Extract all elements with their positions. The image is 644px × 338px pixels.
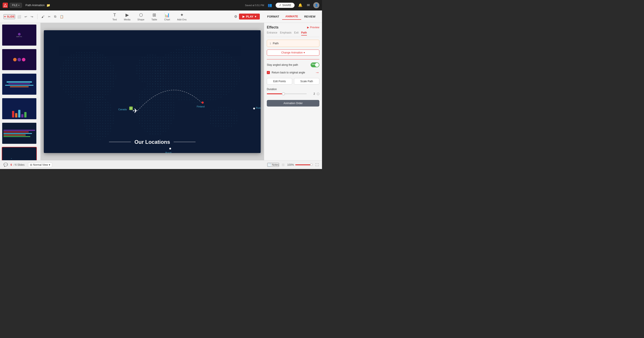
play-button[interactable]: ▶ PLAY ▾ bbox=[239, 14, 260, 20]
view-mode-button[interactable]: ⊟ Normal View ▾ bbox=[28, 162, 52, 167]
canvas-area: 1 ✈ Canada Finland Russia Brazil Our Loc… bbox=[40, 23, 264, 160]
share-button[interactable]: ↗ SHARE bbox=[276, 3, 294, 8]
tab-emphasis[interactable]: Emphasis bbox=[280, 31, 292, 36]
play-icon: ▶ bbox=[242, 15, 245, 18]
slide-thumb-4[interactable]: 4 bbox=[2, 98, 38, 120]
toolbar-center: T Text ▶ Media ⬡ Shape ⊞ Table 📊 Chart ✦… bbox=[65, 12, 234, 21]
bottom-left: 💬 6 / 6 Slides ⊟ Normal View ▾ bbox=[3, 162, 52, 168]
text-tool[interactable]: T Text bbox=[112, 13, 117, 21]
chevron-down-icon: ▾ bbox=[18, 4, 20, 6]
russia-dot bbox=[253, 108, 255, 109]
duration-label: Duration bbox=[267, 88, 319, 91]
tab-format[interactable]: FORMAT bbox=[264, 14, 282, 20]
shape-tool[interactable]: ⬡ Shape bbox=[137, 12, 144, 21]
fullscreen-button[interactable]: ⛶ bbox=[314, 162, 319, 167]
duration-slider-fill bbox=[267, 93, 283, 94]
duration-stepper[interactable]: ⬡ bbox=[317, 92, 319, 96]
return-angle-checkbox[interactable]: ✓ bbox=[267, 71, 270, 74]
folder-icon: 📁 bbox=[46, 4, 50, 7]
addons-tool[interactable]: ✦ Add-Ons bbox=[177, 12, 186, 21]
plus-icon: + bbox=[4, 15, 6, 19]
svg-point-5 bbox=[83, 96, 114, 140]
stay-angled-row: Stay angled along the path Yes bbox=[267, 63, 319, 67]
table-tool[interactable]: ⊞ Table bbox=[151, 12, 157, 21]
mail-icon[interactable]: ✉ bbox=[306, 2, 310, 8]
slide-thumb-2[interactable]: 2 bbox=[2, 49, 38, 71]
avatar[interactable]: 👤 bbox=[313, 2, 319, 8]
duration-value: 2 bbox=[308, 92, 315, 95]
separator bbox=[37, 14, 38, 19]
slide-thumb-5[interactable]: 5 bbox=[2, 122, 38, 144]
chat-button[interactable]: 💬 bbox=[3, 162, 9, 168]
title-line-right bbox=[174, 142, 196, 142]
stay-angled-toggle[interactable]: Yes bbox=[310, 63, 319, 67]
view-icon: ⊟ bbox=[30, 163, 32, 166]
preview-link[interactable]: ▶ Preview bbox=[307, 26, 319, 29]
slide-thumb-6[interactable]: 6 ✈ Our Locations bbox=[2, 147, 38, 160]
cut-button[interactable]: ✂ bbox=[47, 14, 52, 19]
slide-thumb-3[interactable]: 3 bbox=[2, 73, 38, 95]
preview-arrow-icon: ▶ bbox=[307, 26, 309, 29]
addons-icon: ✦ bbox=[180, 12, 184, 18]
saved-status: Saved at 5:51 PM bbox=[245, 4, 264, 7]
paste-button[interactable]: 📋 bbox=[58, 14, 65, 19]
toolbar-left: + SLIDE ⬜ ↩ ↪ 🖌 ✂ ⧉ 📋 bbox=[4, 14, 65, 19]
slide-canvas[interactable]: 1 ✈ Canada Finland Russia Brazil Our Loc… bbox=[44, 30, 261, 153]
canada-label: Canada bbox=[118, 108, 127, 111]
tab-entrance[interactable]: Entrance bbox=[267, 31, 277, 36]
document-title: Path Animation bbox=[26, 4, 44, 7]
file-menu-button[interactable]: FILE ▾ bbox=[10, 3, 22, 8]
layout-icon[interactable]: ⬜ bbox=[16, 14, 22, 19]
edit-points-button[interactable]: Edit Points bbox=[267, 78, 292, 85]
users-icon[interactable]: 👥 bbox=[267, 2, 273, 8]
chart-tool[interactable]: 📊 Chart bbox=[164, 12, 170, 21]
paint-format-button[interactable]: 🖌 bbox=[40, 14, 46, 19]
slide-thumb-1[interactable]: 1 Zyiker Inc. bbox=[2, 24, 38, 46]
svg-text:✈: ✈ bbox=[11, 158, 12, 159]
effects-header: Effects ▶ Preview bbox=[267, 26, 319, 29]
redo-button[interactable]: ↪ bbox=[29, 14, 34, 19]
shape-icon: ⬡ bbox=[139, 12, 143, 18]
slide-title: Our Locations bbox=[109, 139, 196, 145]
tab-animate[interactable]: ANIMATE bbox=[282, 13, 301, 20]
app-logo bbox=[3, 3, 8, 8]
zoom-row: 100% bbox=[287, 163, 313, 166]
slide-total-label: / 6 Slides bbox=[14, 163, 24, 166]
chevron-down-icon: ▾ bbox=[304, 51, 305, 54]
duration-slider-track bbox=[267, 93, 307, 94]
grid-view-button[interactable]: ⊞ bbox=[281, 162, 286, 168]
top-bar: FILE ▾ Path Animation 📁 Saved at 5:51 PM… bbox=[0, 0, 322, 11]
tab-exit[interactable]: Exit bbox=[294, 31, 298, 36]
animation-order-button[interactable]: Animation Order bbox=[267, 100, 319, 107]
bottom-right: 📄 Notes ⊞ 100% ⛶ bbox=[267, 162, 319, 168]
path-item-name: Path bbox=[273, 42, 279, 45]
svg-point-8 bbox=[153, 46, 241, 103]
bottom-bar: 💬 6 / 6 Slides ⊟ Normal View ▾ 📄 Notes ⊞… bbox=[0, 160, 322, 169]
zoom-slider[interactable] bbox=[295, 164, 313, 165]
effects-tabs: Entrance Emphasis Exit Path bbox=[267, 31, 319, 37]
brazil-dot bbox=[169, 148, 171, 150]
tab-path[interactable]: Path bbox=[301, 31, 307, 36]
slide-current-number: 6 bbox=[10, 163, 12, 166]
tab-review[interactable]: REVIEW bbox=[301, 14, 318, 20]
settings-button[interactable]: ⚙ bbox=[234, 15, 237, 19]
notes-button[interactable]: 📄 Notes bbox=[267, 163, 279, 167]
media-icon: ▶ bbox=[126, 12, 129, 18]
right-panel: Effects ▶ Preview Entrance Emphasis Exit… bbox=[264, 23, 322, 160]
svg-point-4 bbox=[59, 50, 116, 103]
play-chevron-icon: ▾ bbox=[255, 15, 256, 18]
edit-scale-row: Edit Points Scale Path bbox=[267, 78, 319, 85]
undo-button[interactable]: ↩ bbox=[23, 14, 28, 19]
path-item-number: 1 bbox=[270, 42, 271, 45]
russia-label: Russia bbox=[256, 107, 261, 109]
add-slide-button[interactable]: + SLIDE bbox=[4, 14, 15, 19]
copy-button[interactable]: ⧉ bbox=[53, 14, 58, 19]
notifications-icon[interactable]: 🔔 bbox=[297, 2, 304, 8]
zoom-thumb[interactable] bbox=[310, 163, 313, 166]
change-animation-button[interactable]: Change Animation ▾ bbox=[267, 50, 319, 56]
format-tabs: FORMAT ANIMATE REVIEW bbox=[264, 13, 318, 20]
toolbar-right: ⚙ ▶ PLAY ▾ FORMAT ANIMATE REVIEW bbox=[234, 13, 318, 20]
duration-slider-thumb[interactable] bbox=[282, 92, 285, 95]
scale-path-button[interactable]: Scale Path bbox=[294, 78, 319, 85]
media-tool[interactable]: ▶ Media bbox=[124, 12, 130, 21]
